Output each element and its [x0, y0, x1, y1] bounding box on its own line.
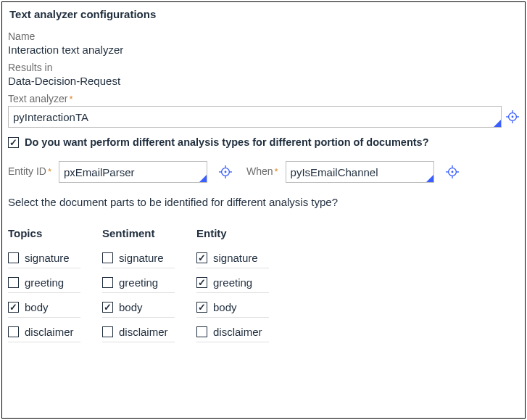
analysis-checkbox[interactable]: [102, 252, 113, 263]
text-analyzer-label: Text analyzer*: [8, 93, 519, 104]
analysis-checkbox-label: greeting: [213, 276, 252, 289]
analysis-checkbox[interactable]: [196, 277, 207, 288]
autocomplete-corner-icon: [494, 120, 501, 127]
analysis-checkbox-label: greeting: [25, 276, 64, 289]
analysis-checkbox[interactable]: [102, 277, 113, 288]
entity-id-input[interactable]: pxEmailParser: [59, 161, 207, 183]
analysis-checkbox-label: disclaimer: [25, 326, 74, 338]
checkbox-row: signature: [196, 252, 269, 268]
svg-point-1: [512, 116, 514, 118]
analysis-checkbox[interactable]: [8, 277, 19, 288]
analysis-checkbox-label: disclaimer: [119, 326, 168, 338]
checkbox-row: signature: [8, 252, 80, 268]
results-in-label: Results in: [8, 62, 519, 73]
analysis-checkbox-label: signature: [25, 252, 70, 264]
checkbox-row: body: [102, 302, 175, 318]
crosshair-icon[interactable]: [506, 110, 519, 123]
analysis-checkbox[interactable]: [102, 302, 113, 313]
when-input[interactable]: pyIsEmailChannel: [286, 161, 434, 183]
analysis-checkbox[interactable]: [8, 252, 19, 263]
name-label: Name: [8, 30, 519, 42]
analysis-column: Sentimentsignaturegreetingbodydisclaimer: [102, 227, 175, 351]
analysis-checkbox[interactable]: [8, 326, 19, 337]
required-star-icon: *: [69, 94, 72, 104]
checkbox-row: disclaimer: [102, 326, 175, 342]
select-parts-prompt: Select the document parts to be identifi…: [8, 196, 519, 208]
analysis-checkbox-label: body: [119, 301, 143, 313]
analysis-column: Topicssignaturegreetingbodydisclaimer: [8, 227, 80, 351]
analysis-type-grid: TopicssignaturegreetingbodydisclaimerSen…: [8, 227, 519, 351]
crosshair-icon[interactable]: [219, 165, 232, 178]
analysis-checkbox-label: greeting: [119, 276, 158, 289]
checkbox-row: disclaimer: [196, 326, 269, 342]
required-star-icon: *: [275, 166, 278, 177]
checkbox-row: disclaimer: [8, 326, 80, 342]
analysis-checkbox[interactable]: [196, 326, 207, 337]
when-label: When*: [246, 165, 278, 177]
checkbox-row: greeting: [8, 277, 80, 293]
text-analyzer-input[interactable]: pyInteractionTA: [8, 106, 502, 128]
analysis-checkbox-label: signature: [119, 252, 164, 264]
checkbox-row: body: [196, 302, 269, 318]
checkbox-row: greeting: [102, 277, 175, 293]
autocomplete-corner-icon: [426, 175, 433, 182]
analysis-checkbox[interactable]: [8, 302, 19, 313]
svg-point-13: [451, 171, 453, 173]
column-header: Topics: [8, 227, 80, 239]
results-in-value: Data-Decision-Request: [8, 75, 519, 87]
column-header: Sentiment: [102, 227, 175, 239]
crosshair-icon[interactable]: [446, 165, 459, 178]
column-header: Entity: [196, 227, 269, 239]
analysis-checkbox[interactable]: [196, 302, 207, 313]
svg-point-7: [225, 171, 227, 173]
differential-analysis-label: Do you want perform different analysis t…: [25, 136, 429, 148]
analysis-checkbox-label: signature: [213, 252, 258, 264]
analysis-checkbox-label: disclaimer: [213, 326, 262, 338]
differential-analysis-checkbox[interactable]: [8, 137, 19, 148]
required-star-icon: *: [48, 166, 51, 177]
autocomplete-corner-icon: [199, 175, 207, 182]
analysis-checkbox[interactable]: [196, 252, 207, 263]
analysis-checkbox-label: body: [213, 301, 237, 313]
panel-title: Text analyzer configurations: [9, 8, 519, 20]
checkbox-row: greeting: [196, 277, 269, 293]
analysis-column: Entitysignaturegreetingbodydisclaimer: [196, 227, 269, 351]
checkbox-row: signature: [102, 252, 175, 268]
name-value: Interaction text analyzer: [8, 44, 519, 56]
config-panel: Text analyzer configurations Name Intera…: [1, 1, 526, 419]
checkbox-row: body: [8, 302, 80, 318]
analysis-checkbox[interactable]: [102, 326, 113, 337]
entity-id-label: Entity ID*: [8, 165, 51, 177]
analysis-checkbox-label: body: [25, 301, 49, 313]
